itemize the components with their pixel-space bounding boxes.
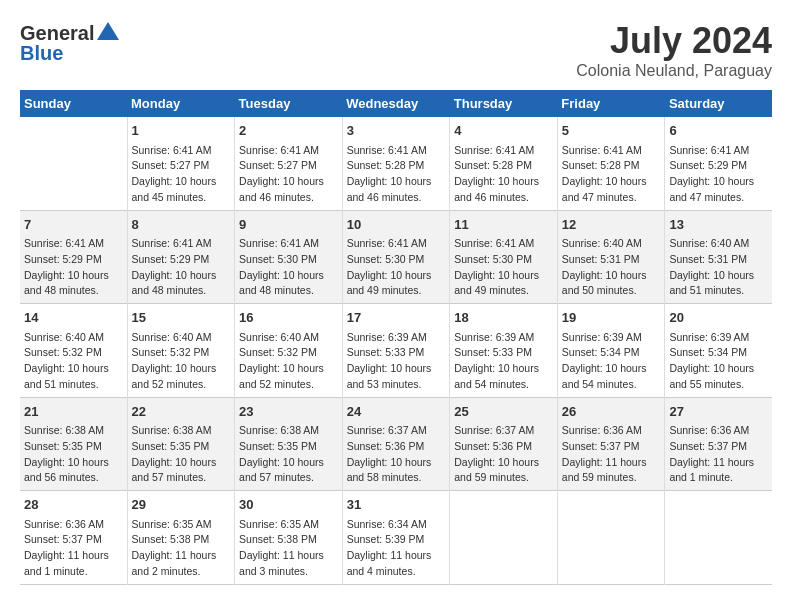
day-number: 27 xyxy=(669,402,768,422)
logo: General Blue xyxy=(20,20,122,65)
col-header-tuesday: Tuesday xyxy=(235,90,343,117)
day-info: Sunrise: 6:34 AM Sunset: 5:39 PM Dayligh… xyxy=(347,517,446,580)
day-info: Sunrise: 6:39 AM Sunset: 5:34 PM Dayligh… xyxy=(669,330,768,393)
week-row-3: 21Sunrise: 6:38 AM Sunset: 5:35 PM Dayli… xyxy=(20,397,772,491)
day-number: 21 xyxy=(24,402,123,422)
week-row-1: 7Sunrise: 6:41 AM Sunset: 5:29 PM Daylig… xyxy=(20,210,772,304)
day-number: 9 xyxy=(239,215,338,235)
day-info: Sunrise: 6:39 AM Sunset: 5:33 PM Dayligh… xyxy=(454,330,553,393)
day-info: Sunrise: 6:35 AM Sunset: 5:38 PM Dayligh… xyxy=(239,517,338,580)
day-cell: 29Sunrise: 6:35 AM Sunset: 5:38 PM Dayli… xyxy=(127,491,235,585)
day-info: Sunrise: 6:41 AM Sunset: 5:30 PM Dayligh… xyxy=(347,236,446,299)
day-info: Sunrise: 6:36 AM Sunset: 5:37 PM Dayligh… xyxy=(669,423,768,486)
day-number: 4 xyxy=(454,121,553,141)
day-number: 1 xyxy=(132,121,231,141)
day-info: Sunrise: 6:41 AM Sunset: 5:27 PM Dayligh… xyxy=(239,143,338,206)
day-info: Sunrise: 6:41 AM Sunset: 5:27 PM Dayligh… xyxy=(132,143,231,206)
day-number: 18 xyxy=(454,308,553,328)
day-cell: 22Sunrise: 6:38 AM Sunset: 5:35 PM Dayli… xyxy=(127,397,235,491)
location-title: Colonia Neuland, Paraguay xyxy=(576,62,772,80)
day-info: Sunrise: 6:41 AM Sunset: 5:29 PM Dayligh… xyxy=(132,236,231,299)
day-cell: 19Sunrise: 6:39 AM Sunset: 5:34 PM Dayli… xyxy=(557,304,665,398)
day-cell: 3Sunrise: 6:41 AM Sunset: 5:28 PM Daylig… xyxy=(342,117,450,210)
col-header-thursday: Thursday xyxy=(450,90,558,117)
calendar-header-row: SundayMondayTuesdayWednesdayThursdayFrid… xyxy=(20,90,772,117)
day-info: Sunrise: 6:40 AM Sunset: 5:32 PM Dayligh… xyxy=(239,330,338,393)
day-info: Sunrise: 6:38 AM Sunset: 5:35 PM Dayligh… xyxy=(239,423,338,486)
day-info: Sunrise: 6:41 AM Sunset: 5:30 PM Dayligh… xyxy=(239,236,338,299)
day-cell: 26Sunrise: 6:36 AM Sunset: 5:37 PM Dayli… xyxy=(557,397,665,491)
day-number: 10 xyxy=(347,215,446,235)
day-cell: 23Sunrise: 6:38 AM Sunset: 5:35 PM Dayli… xyxy=(235,397,343,491)
day-cell: 31Sunrise: 6:34 AM Sunset: 5:39 PM Dayli… xyxy=(342,491,450,585)
day-number: 6 xyxy=(669,121,768,141)
day-info: Sunrise: 6:39 AM Sunset: 5:34 PM Dayligh… xyxy=(562,330,661,393)
day-cell: 14Sunrise: 6:40 AM Sunset: 5:32 PM Dayli… xyxy=(20,304,127,398)
day-info: Sunrise: 6:35 AM Sunset: 5:38 PM Dayligh… xyxy=(132,517,231,580)
day-number: 17 xyxy=(347,308,446,328)
day-info: Sunrise: 6:40 AM Sunset: 5:32 PM Dayligh… xyxy=(132,330,231,393)
col-header-friday: Friday xyxy=(557,90,665,117)
day-cell: 1Sunrise: 6:41 AM Sunset: 5:27 PM Daylig… xyxy=(127,117,235,210)
day-info: Sunrise: 6:40 AM Sunset: 5:31 PM Dayligh… xyxy=(562,236,661,299)
day-cell: 5Sunrise: 6:41 AM Sunset: 5:28 PM Daylig… xyxy=(557,117,665,210)
day-number: 23 xyxy=(239,402,338,422)
day-info: Sunrise: 6:41 AM Sunset: 5:28 PM Dayligh… xyxy=(454,143,553,206)
day-number: 7 xyxy=(24,215,123,235)
day-number: 11 xyxy=(454,215,553,235)
page-header: General Blue July 2024 Colonia Neuland, … xyxy=(20,20,772,80)
day-cell: 10Sunrise: 6:41 AM Sunset: 5:30 PM Dayli… xyxy=(342,210,450,304)
day-number: 5 xyxy=(562,121,661,141)
day-cell: 30Sunrise: 6:35 AM Sunset: 5:38 PM Dayli… xyxy=(235,491,343,585)
day-info: Sunrise: 6:39 AM Sunset: 5:33 PM Dayligh… xyxy=(347,330,446,393)
day-cell: 18Sunrise: 6:39 AM Sunset: 5:33 PM Dayli… xyxy=(450,304,558,398)
day-info: Sunrise: 6:38 AM Sunset: 5:35 PM Dayligh… xyxy=(24,423,123,486)
day-cell: 24Sunrise: 6:37 AM Sunset: 5:36 PM Dayli… xyxy=(342,397,450,491)
day-info: Sunrise: 6:36 AM Sunset: 5:37 PM Dayligh… xyxy=(562,423,661,486)
day-cell: 12Sunrise: 6:40 AM Sunset: 5:31 PM Dayli… xyxy=(557,210,665,304)
day-cell: 17Sunrise: 6:39 AM Sunset: 5:33 PM Dayli… xyxy=(342,304,450,398)
col-header-saturday: Saturday xyxy=(665,90,772,117)
day-cell: 15Sunrise: 6:40 AM Sunset: 5:32 PM Dayli… xyxy=(127,304,235,398)
day-number: 15 xyxy=(132,308,231,328)
day-number: 16 xyxy=(239,308,338,328)
day-number: 14 xyxy=(24,308,123,328)
day-number: 26 xyxy=(562,402,661,422)
day-cell xyxy=(665,491,772,585)
day-info: Sunrise: 6:40 AM Sunset: 5:31 PM Dayligh… xyxy=(669,236,768,299)
day-cell xyxy=(20,117,127,210)
day-info: Sunrise: 6:37 AM Sunset: 5:36 PM Dayligh… xyxy=(454,423,553,486)
week-row-0: 1Sunrise: 6:41 AM Sunset: 5:27 PM Daylig… xyxy=(20,117,772,210)
day-number: 8 xyxy=(132,215,231,235)
day-number: 28 xyxy=(24,495,123,515)
day-info: Sunrise: 6:41 AM Sunset: 5:29 PM Dayligh… xyxy=(669,143,768,206)
day-cell xyxy=(450,491,558,585)
day-cell: 8Sunrise: 6:41 AM Sunset: 5:29 PM Daylig… xyxy=(127,210,235,304)
svg-marker-0 xyxy=(97,22,119,40)
day-cell xyxy=(557,491,665,585)
logo-icon xyxy=(95,20,121,46)
col-header-wednesday: Wednesday xyxy=(342,90,450,117)
title-block: July 2024 Colonia Neuland, Paraguay xyxy=(576,20,772,80)
day-cell: 28Sunrise: 6:36 AM Sunset: 5:37 PM Dayli… xyxy=(20,491,127,585)
day-cell: 27Sunrise: 6:36 AM Sunset: 5:37 PM Dayli… xyxy=(665,397,772,491)
day-number: 25 xyxy=(454,402,553,422)
day-info: Sunrise: 6:38 AM Sunset: 5:35 PM Dayligh… xyxy=(132,423,231,486)
day-number: 24 xyxy=(347,402,446,422)
day-info: Sunrise: 6:41 AM Sunset: 5:30 PM Dayligh… xyxy=(454,236,553,299)
day-cell: 11Sunrise: 6:41 AM Sunset: 5:30 PM Dayli… xyxy=(450,210,558,304)
day-info: Sunrise: 6:37 AM Sunset: 5:36 PM Dayligh… xyxy=(347,423,446,486)
day-number: 30 xyxy=(239,495,338,515)
day-cell: 6Sunrise: 6:41 AM Sunset: 5:29 PM Daylig… xyxy=(665,117,772,210)
day-info: Sunrise: 6:41 AM Sunset: 5:28 PM Dayligh… xyxy=(562,143,661,206)
day-cell: 25Sunrise: 6:37 AM Sunset: 5:36 PM Dayli… xyxy=(450,397,558,491)
day-number: 20 xyxy=(669,308,768,328)
logo-blue-text: Blue xyxy=(20,42,63,65)
day-info: Sunrise: 6:36 AM Sunset: 5:37 PM Dayligh… xyxy=(24,517,123,580)
col-header-monday: Monday xyxy=(127,90,235,117)
col-header-sunday: Sunday xyxy=(20,90,127,117)
day-info: Sunrise: 6:40 AM Sunset: 5:32 PM Dayligh… xyxy=(24,330,123,393)
day-info: Sunrise: 6:41 AM Sunset: 5:29 PM Dayligh… xyxy=(24,236,123,299)
day-number: 22 xyxy=(132,402,231,422)
calendar-table: SundayMondayTuesdayWednesdayThursdayFrid… xyxy=(20,90,772,585)
